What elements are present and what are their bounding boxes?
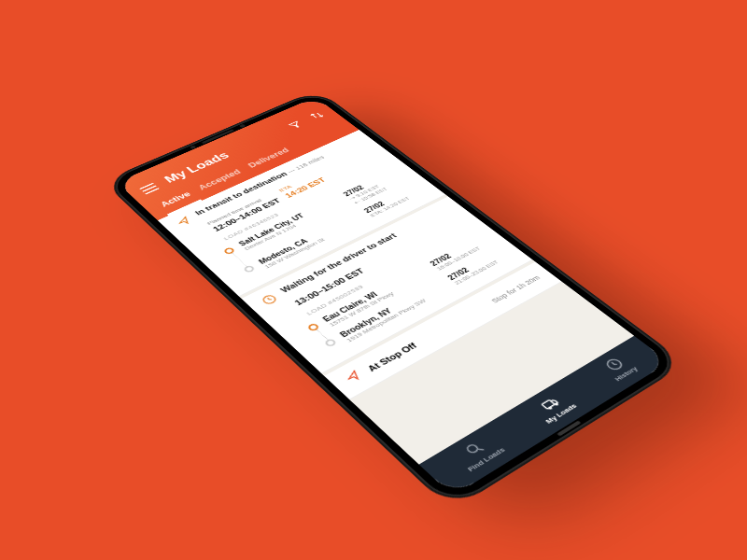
app-screen: My Loads Active Accepted <box>117 97 669 497</box>
stop-dot-icon <box>223 246 236 255</box>
nav-find-loads[interactable]: Find Loads <box>451 433 507 473</box>
svg-point-4 <box>555 403 558 406</box>
nav-my-loads[interactable]: My Loads <box>529 390 578 426</box>
filter-icon[interactable] <box>286 119 304 131</box>
menu-icon[interactable] <box>139 183 160 195</box>
waypoint-icon <box>174 215 195 229</box>
nav-history[interactable]: History <box>598 354 640 383</box>
phone-frame: My Loads Active Accepted <box>105 91 684 508</box>
stop-duration: Stop for 1h 20m <box>489 274 542 304</box>
sort-icon[interactable] <box>307 110 326 120</box>
clock-icon <box>259 292 281 308</box>
waypoint-icon <box>342 369 367 387</box>
stop-dot-icon <box>306 323 320 332</box>
stop-dot-icon <box>323 338 337 347</box>
svg-point-3 <box>548 407 552 410</box>
stop-dot-icon <box>243 264 256 273</box>
svg-point-1 <box>465 443 479 454</box>
